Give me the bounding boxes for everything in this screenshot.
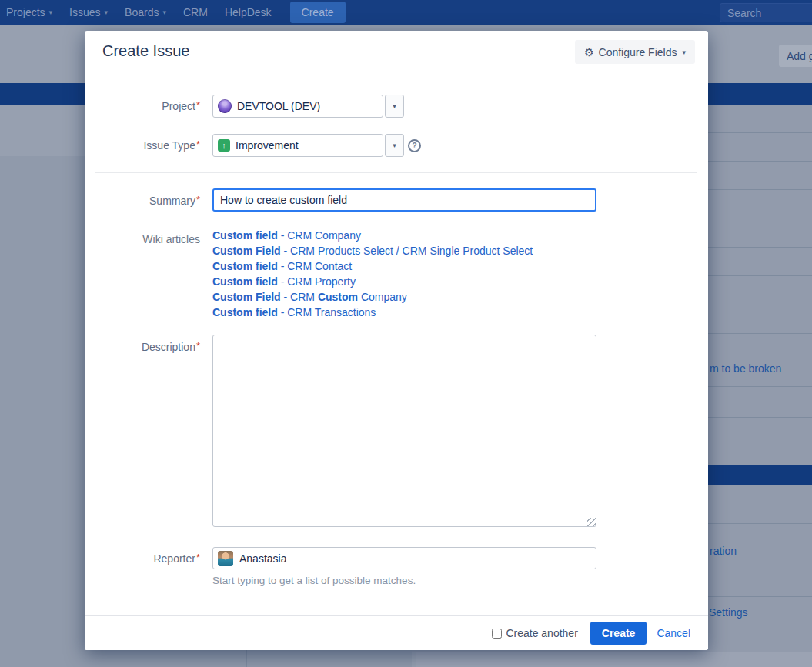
project-select-dropdown-button[interactable]	[385, 95, 404, 118]
nav-item-label: Issues	[69, 6, 100, 18]
create-another-label[interactable]: Create another	[506, 627, 577, 639]
textarea-resize-handle[interactable]	[587, 518, 596, 526]
background-link-broken[interactable]: m to be broken	[710, 362, 781, 375]
create-another-checkbox[interactable]	[492, 629, 502, 639]
chevron-down-icon	[682, 48, 686, 56]
chevron-down-icon	[393, 102, 396, 110]
dialog-header: Create Issue Configure Fields	[85, 31, 708, 72]
nav-item-label: CRM	[183, 6, 208, 18]
reporter-field[interactable]: Anastasia	[212, 547, 596, 569]
nav-item-label: Boards	[125, 6, 159, 18]
project-select-value: DEVTOOL (DEV)	[237, 100, 320, 112]
improvement-arrow-icon	[218, 139, 230, 152]
issue-type-dropdown-button[interactable]	[385, 134, 404, 157]
required-indicator	[196, 340, 200, 352]
project-select[interactable]: DEVTOOL (DEV)	[212, 95, 383, 118]
wiki-article-link[interactable]: Custom Field - CRM Products Select / CRM…	[212, 243, 659, 258]
summary-label: Summary	[85, 195, 200, 207]
help-question-icon[interactable]	[408, 139, 421, 152]
search-input[interactable]	[720, 3, 812, 22]
nav-create-button[interactable]: Create	[290, 2, 346, 23]
wiki-article-link[interactable]: Custom field - CRM Company	[212, 228, 659, 243]
nav-item-boards[interactable]: Boards	[125, 6, 166, 18]
section-divider	[95, 172, 697, 173]
nav-item-issues[interactable]: Issues	[69, 6, 108, 18]
cancel-link[interactable]: Cancel	[657, 627, 690, 639]
summary-input[interactable]	[212, 188, 596, 212]
reporter-help-text: Start typing to get a list of possible m…	[212, 575, 416, 586]
add-gadget-button[interactable]: Add g	[779, 45, 812, 67]
required-indicator	[196, 194, 200, 205]
required-indicator	[196, 552, 200, 563]
dialog-footer: Create another Create Cancel	[85, 615, 708, 650]
description-textarea[interactable]	[212, 335, 596, 527]
issue-type-select-value: Improvement	[236, 139, 299, 152]
project-label: Project	[85, 100, 200, 112]
create-issue-dialog: Create Issue Configure Fields Project DE…	[85, 31, 708, 650]
nav-item-projects[interactable]: Projects	[6, 6, 52, 18]
background-link-configuration[interactable]: ration	[710, 545, 737, 557]
wiki-links: Custom field - CRM CompanyCustom Field -…	[212, 228, 659, 320]
background-link-settings[interactable]: Settings	[709, 606, 748, 619]
wiki-article-link[interactable]: Custom field - CRM Transactions	[212, 305, 659, 320]
gear-icon	[584, 46, 594, 58]
background-column-divider	[246, 650, 247, 667]
wiki-articles-label: Wiki articles	[85, 233, 200, 245]
nav-item-helpdesk[interactable]: HelpDesk	[225, 6, 272, 18]
chevron-down-icon	[393, 142, 396, 149]
required-indicator	[196, 99, 200, 111]
wiki-article-link[interactable]: Custom field - CRM Contact	[212, 258, 659, 274]
background-bottom-gadget	[416, 652, 812, 667]
wiki-article-link[interactable]: Custom field - CRM Property	[212, 274, 659, 289]
issue-type-label: Issue Type	[85, 139, 200, 152]
create-button[interactable]: Create	[590, 622, 647, 645]
reporter-label: Reporter	[85, 552, 200, 565]
nav-item-label: HelpDesk	[225, 6, 272, 18]
reporter-value: Anastasia	[239, 552, 286, 565]
project-avatar-icon	[218, 99, 232, 113]
configure-fields-label: Configure Fields	[599, 46, 677, 58]
nav-item-crm[interactable]: CRM	[183, 6, 208, 18]
reporter-avatar	[218, 551, 233, 566]
description-label: Description	[85, 341, 200, 353]
required-indicator	[196, 138, 200, 150]
chevron-down-icon	[162, 8, 166, 16]
top-nav: Projects Issues Boards CRM HelpDesk Crea…	[0, 0, 812, 25]
wiki-article-link[interactable]: Custom Field - CRM Custom Company	[212, 289, 659, 305]
chevron-down-icon	[49, 8, 53, 16]
configure-fields-button[interactable]: Configure Fields	[575, 40, 695, 64]
chevron-down-icon	[105, 8, 109, 16]
dialog-title: Create Issue	[102, 42, 189, 60]
nav-item-label: Projects	[6, 6, 45, 18]
issue-type-select[interactable]: Improvement	[212, 134, 383, 157]
